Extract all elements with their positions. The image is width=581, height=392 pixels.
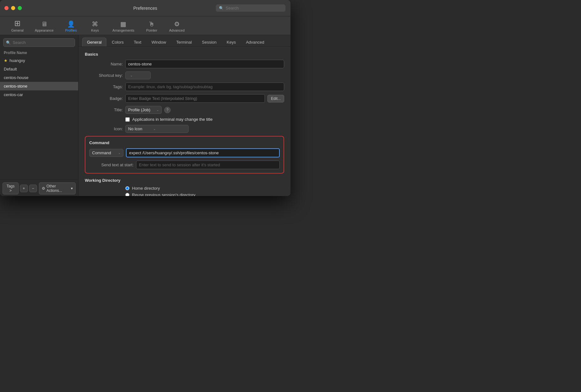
toolbar-label-arrangements: Arrangements [112,28,134,32]
keys-icon: ⌘ [92,21,98,27]
app-title-row: Applications in terminal may change the … [125,117,284,122]
badge-edit-button[interactable]: Edit... [267,95,284,102]
command-input[interactable] [126,148,280,157]
tab-window[interactable]: Window [147,38,171,46]
content-panel: General Colors Text Window Terminal Sess… [78,35,290,196]
send-text-label: Send text at start: [89,162,134,167]
toolbar-label-advanced: Advanced [169,28,184,32]
sidebar-search-box[interactable]: 🔍 [3,38,75,47]
profile-item-huangxy[interactable]: ★ huangxy [0,56,78,65]
advanced-icon: ⚙ [174,21,180,27]
profile-item-label: centos-car [4,92,23,97]
name-input[interactable] [125,60,284,68]
toolbar-item-profiles[interactable]: 👤 Profiles [60,20,82,35]
reuse-label: Reuse previous session's directory [132,193,195,196]
badge-control: Edit... [125,94,284,103]
appearance-icon: 🖥 [41,21,47,27]
star-icon: ★ [4,58,8,63]
name-label: Name: [85,62,123,66]
tab-general[interactable]: General [82,38,106,46]
tab-text[interactable]: Text [129,38,146,46]
window-controls [0,6,22,10]
other-actions-label: Other Actions... [47,184,70,193]
tab-terminal[interactable]: Terminal [172,38,197,46]
remove-profile-button[interactable]: − [29,185,37,192]
command-row: Command Login Shell Custom Shell ⌄ [89,148,280,157]
command-section-title: Command [89,140,280,145]
title-select-wrap[interactable]: Profile (Job) Job Name Session Name Cust… [125,106,162,114]
profile-item-centos-stone[interactable]: centos-stone [0,82,78,90]
profile-item-centos-house[interactable]: centos-house [0,73,78,82]
title-control: Profile (Job) Job Name Session Name Cust… [125,106,284,114]
radio-reuse: Reuse previous session's directory [125,193,284,196]
tags-button[interactable]: Tags > [3,182,19,194]
toolbar-item-general[interactable]: ⊞ General [6,18,28,35]
name-row: Name: [85,60,284,68]
profile-item-label: centos-stone [4,84,27,89]
home-radio[interactable] [125,186,129,190]
title-help-button[interactable]: ? [164,107,171,113]
reuse-radio[interactable] [125,193,129,196]
icon-select-wrap[interactable]: No Icon Custom Icon ⌄ [125,125,189,133]
working-dir-title: Working Directory [85,178,284,183]
send-text-input[interactable] [136,161,280,169]
general-icon: ⊞ [14,20,21,27]
name-control [125,60,284,68]
close-button[interactable] [4,6,9,10]
command-type-select[interactable]: Command Login Shell Custom Shell [92,150,117,155]
working-dir-options: Home directory Reuse previous session's … [125,186,284,196]
tags-control [125,83,284,91]
main-layout: 🔍 Profile Name ★ huangxy Default centos-… [0,35,290,196]
toolbar-label-profiles: Profiles [65,28,77,32]
toolbar-item-arrangements[interactable]: ▦ Arrangements [108,20,139,35]
search-input[interactable] [226,6,282,10]
toolbar-item-advanced[interactable]: ⚙ Advanced [165,20,189,35]
chevron-down-icon: ⌄ [153,127,156,131]
title-row: Title: Profile (Job) Job Name Session Na… [85,106,284,114]
home-label: Home directory [132,186,160,191]
sidebar-search-container: 🔍 [0,35,78,49]
chevron-down-icon: ⌄ [130,74,133,77]
icon-row: Icon: No Icon Custom Icon ⌄ [85,125,284,133]
radio-home: Home directory [125,186,284,191]
minimize-button[interactable] [11,6,15,10]
icon-select[interactable]: No Icon Custom Icon [128,126,151,131]
toolbar-item-appearance[interactable]: 🖥 Appearance [30,20,58,35]
toolbar-label-keys: Keys [91,28,99,32]
tags-label: Tags: [85,84,123,89]
sidebar-search-icon: 🔍 [6,40,11,45]
profile-item-default[interactable]: Default [0,65,78,73]
profile-item-label: centos-house [4,75,28,80]
toolbar-label-pointer: Pointer [146,28,157,32]
icon-control: No Icon Custom Icon ⌄ [125,125,284,133]
pointer-icon: 🖱 [148,21,155,27]
tags-input[interactable] [125,83,284,91]
basics-section-title: Basics [85,52,284,57]
shortcut-select-wrap[interactable]: ⌄ [125,71,151,79]
sidebar-search-input[interactable] [13,40,72,45]
titlebar-search-box[interactable]: 🔍 [216,4,285,12]
badge-input[interactable] [125,94,265,103]
add-profile-button[interactable]: + [20,185,28,192]
app-title-checkbox[interactable] [125,117,130,122]
badge-label: Badge: [85,96,123,101]
icon-label: Icon: [85,126,123,131]
toolbar-item-pointer[interactable]: 🖱 Pointer [141,20,163,35]
tab-session[interactable]: Session [197,38,221,46]
title-select[interactable]: Profile (Job) Job Name Session Name Cust… [128,107,155,112]
chevron-down-icon: ▾ [71,186,73,191]
send-text-row: Send text at start: [89,161,280,169]
profile-list: ★ huangxy Default centos-house centos-st… [0,56,78,180]
shortcut-row: Shortcut key: ⌄ [85,71,284,79]
profile-item-centos-car[interactable]: centos-car [0,90,78,99]
sidebar-bottom-bar: Tags > + − ⚙ Other Actions... ▾ [0,180,78,196]
toolbar-item-keys[interactable]: ⌘ Keys [84,20,106,35]
tab-keys[interactable]: Keys [222,38,241,46]
tab-advanced[interactable]: Advanced [241,38,269,46]
profile-item-label: huangxy [9,58,25,63]
command-type-select-wrap[interactable]: Command Login Shell Custom Shell ⌄ [89,149,123,157]
maximize-button[interactable] [18,6,22,10]
other-actions-button[interactable]: ⚙ Other Actions... ▾ [39,182,76,194]
tab-colors[interactable]: Colors [107,38,128,46]
search-icon: 🔍 [219,6,224,10]
